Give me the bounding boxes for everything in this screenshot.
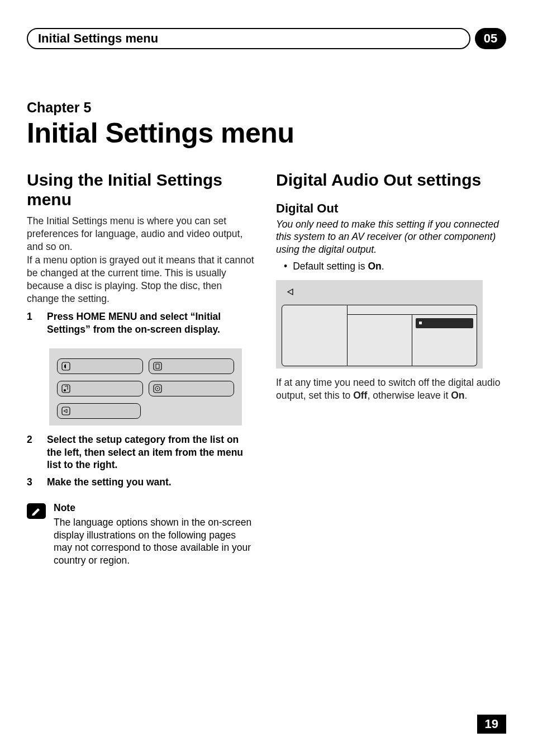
chapter-badge: 05 [475,28,506,49]
bullet-icon: • [284,261,287,272]
page-content: Chapter 5 Initial Settings menu Using th… [27,100,506,567]
left-heading: Using the Initial Set­tings menu [27,171,256,209]
left-para2: If a menu option is grayed out it means … [27,254,256,305]
step-list: 1 Press HOME MENU and select “Initial Se… [27,310,256,336]
selection-marker-icon [419,322,422,324]
left-column: Using the Initial Set­tings menu The Ini… [27,171,256,567]
page-number: 19 [477,715,506,734]
step-text: Make the setting you want. [47,476,256,489]
pencil-icon [27,503,46,519]
right-heading: Digital Audio Out set­tings [276,171,505,190]
ill-row [57,358,234,374]
svg-rect-2 [156,364,159,368]
disc-icon [153,384,163,394]
menu-tile [57,358,143,374]
music-icon [61,384,71,394]
page-number-text: 19 [485,717,498,731]
step-3: 3 Make the setting you want. [27,476,256,489]
settings-grid [282,305,477,366]
bullet-suffix: . [382,261,384,272]
header-title: Initial Settings menu [38,31,158,46]
header-title-pill: Initial Settings menu [27,28,470,49]
two-column-layout: Using the Initial Set­tings menu The Ini… [27,171,506,567]
note-content: Note The language options shown in the o… [54,502,256,567]
step-list-cont: 2 Select the setup category from the lis… [27,433,256,489]
step-1: 1 Press HOME MENU and select “Initial Se… [27,310,256,336]
step-num: 1 [27,310,36,336]
after-mid: , otherwise leave it [367,390,451,401]
left-para1: The Initial Settings menu is where you c… [27,215,256,253]
svg-rect-1 [154,362,161,370]
right-after-text: If at any time you need to switch off th… [276,376,505,402]
step-2: 2 Select the setup category from the lis… [27,433,256,471]
ill-row [57,403,234,419]
selected-value-row [416,318,474,328]
menu-tile [149,381,235,396]
chapter-title: Initial Settings menu [27,117,506,149]
document-icon [153,361,163,371]
settings-col-values [412,315,477,366]
step-text: Press HOME MENU and select “Initial Sett… [47,310,256,336]
menu-tile [57,381,143,396]
settings-menu-illustration [276,280,483,368]
step-num: 3 [27,476,36,489]
speaker-icon [61,361,71,371]
ill-row [57,381,234,396]
menu-tile [149,358,235,374]
settings-icon [61,406,71,416]
settings-categories [282,305,348,366]
right-italic: You only need to make this setting if yo… [276,218,505,256]
step-text: Select the setup category from the list … [47,433,256,471]
settings-col-items [348,315,412,366]
page-header: Initial Settings menu 05 [27,28,506,49]
bullet-prefix: Default setting is [293,261,368,272]
bullet-text: Default setting is On. [293,261,384,272]
settings-icon [286,287,477,299]
bullet-bold: On [368,261,381,272]
right-subheading: Digital Out [276,201,505,216]
right-column: Digital Audio Out set­tings Digital Out … [276,171,505,567]
chapter-badge-text: 05 [484,31,497,46]
step-num: 2 [27,433,36,471]
svg-point-4 [64,389,66,391]
after-b1: Off [353,390,367,401]
settings-inner [348,314,477,366]
menu-tile [57,403,141,419]
note-text: The language options shown in the on-scr… [54,516,256,567]
home-menu-illustration [49,348,242,426]
note-label: Note [54,502,256,514]
after-b2: On [451,390,464,401]
chapter-label: Chapter 5 [27,100,506,116]
after-suffix: . [465,390,468,401]
settings-items [348,305,477,366]
bullet-default: • Default setting is On. [276,261,505,272]
note-block: Note The language options shown in the o… [27,502,256,567]
svg-point-7 [157,388,158,389]
